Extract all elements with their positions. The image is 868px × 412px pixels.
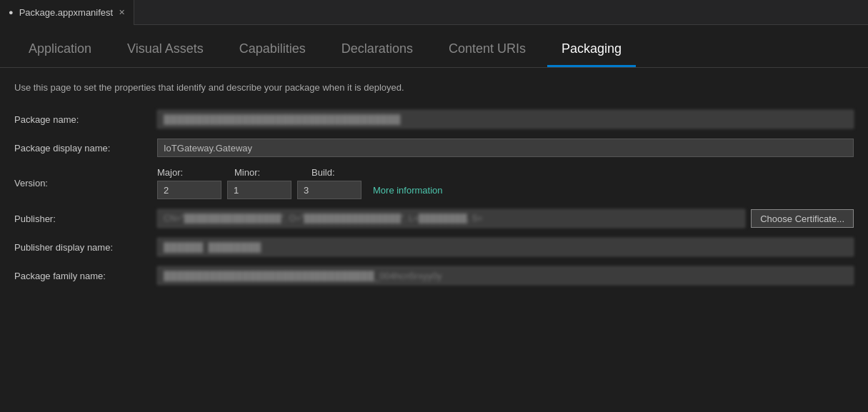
publisher-input-wrap: Choose Certificate... [157, 209, 854, 228]
tab-declarations[interactable]: Declarations [327, 36, 427, 67]
version-labels: Major: Minor: Build: [157, 167, 443, 178]
version-major-input[interactable] [157, 181, 221, 199]
package-family-name-input[interactable] [157, 266, 854, 285]
publisher-display-name-row: Publisher display name: [14, 238, 854, 256]
tab-content-uris[interactable]: Content URIs [434, 36, 540, 67]
publisher-row: Publisher: Choose Certificate... [14, 209, 854, 228]
publisher-display-name-label: Publisher display name: [14, 242, 157, 253]
package-family-name-row: Package family name: [14, 266, 854, 285]
tab-label: Package.appxmanifest [19, 7, 114, 18]
major-label: Major: [157, 167, 229, 178]
page-description: Use this page to set the properties that… [14, 82, 854, 93]
nav-tabs: Application Visual Assets Capabilities D… [0, 25, 868, 68]
minor-label: Minor: [234, 167, 306, 178]
save-dot-icon: ● [9, 8, 14, 16]
tab-capabilities[interactable]: Capabilities [225, 36, 320, 67]
file-tab[interactable]: ● Package.appxmanifest ✕ [0, 0, 134, 25]
package-name-label: Package name: [14, 114, 157, 125]
version-minor-input[interactable] [227, 181, 291, 199]
version-label: Version: [14, 178, 157, 189]
content-area: Use this page to set the properties that… [0, 68, 868, 309]
package-name-input[interactable] [157, 110, 854, 129]
close-tab-button[interactable]: ✕ [119, 8, 125, 17]
tab-application[interactable]: Application [14, 36, 106, 67]
version-inputs: More information [157, 181, 443, 199]
package-display-name-input[interactable] [157, 139, 854, 157]
package-family-name-label: Package family name: [14, 271, 157, 281]
choose-certificate-button[interactable]: Choose Certificate... [751, 209, 854, 228]
publisher-display-name-input[interactable] [157, 238, 854, 256]
build-label: Build: [311, 167, 383, 178]
title-bar: ● Package.appxmanifest ✕ [0, 0, 868, 25]
version-container: Major: Minor: Build: More information [157, 167, 443, 199]
more-information-link[interactable]: More information [373, 185, 443, 196]
publisher-label: Publisher: [14, 213, 157, 224]
version-row: Version: Major: Minor: Build: More infor… [14, 167, 854, 199]
package-name-row: Package name: [14, 110, 854, 129]
package-display-name-label: Package display name: [14, 143, 157, 154]
tab-packaging[interactable]: Packaging [547, 36, 636, 67]
publisher-input[interactable] [157, 209, 745, 228]
version-build-input[interactable] [297, 181, 361, 199]
package-display-name-row: Package display name: [14, 139, 854, 157]
tab-visual-assets[interactable]: Visual Assets [113, 36, 218, 67]
